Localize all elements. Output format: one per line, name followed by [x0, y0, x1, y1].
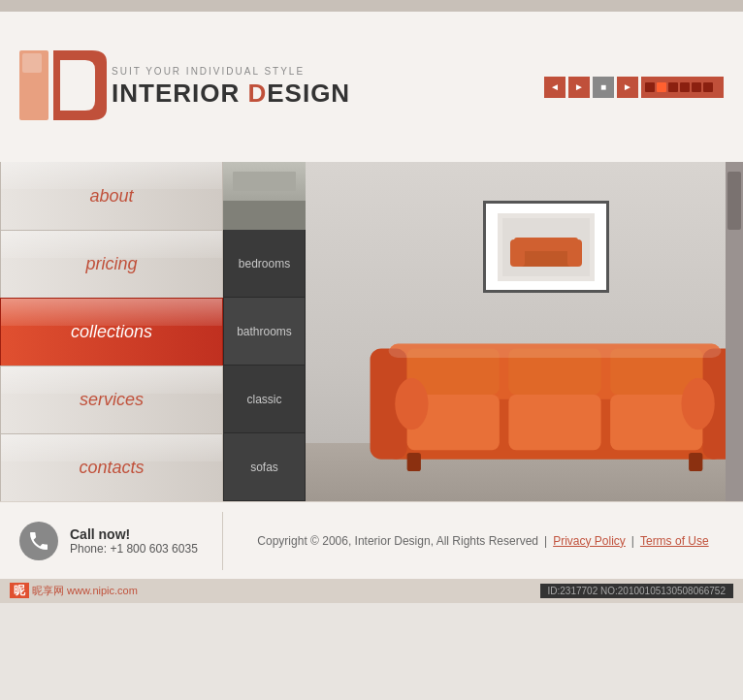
footer-phone: Call now! Phone: +1 800 603 6035: [0, 512, 223, 570]
hero-area: [306, 162, 726, 501]
slider-dot-3: [668, 82, 678, 92]
wall-painting: [483, 201, 609, 293]
sub-label-classic: classic: [246, 393, 281, 406]
nav-item-about[interactable]: about: [0, 162, 223, 230]
sub-item-sofas[interactable]: sofas: [223, 433, 306, 501]
call-now-label: Call now!: [70, 526, 198, 542]
sub-label-bathrooms: bathrooms: [237, 325, 292, 338]
nav-item-pricing[interactable]: pricing: [0, 230, 223, 298]
nav-controls: ◄ ► ■ ►: [544, 77, 724, 98]
phone-icon: [19, 522, 58, 560]
watermark-text: 昵享网 www.nipic.com: [32, 585, 138, 596]
footer-copyright: Copyright © 2006, Interior Design, All R…: [223, 534, 743, 548]
next-button[interactable]: ►: [568, 77, 590, 98]
logo-tagline: SUIT YOUR INDIVIDUAL STYLE: [112, 66, 350, 77]
svg-rect-1: [22, 53, 42, 73]
top-bar: [0, 0, 743, 12]
footer-phone-text: Call now! Phone: +1 800 603 6035: [70, 526, 198, 556]
logo-icon: [19, 50, 102, 123]
svg-point-17: [395, 377, 428, 429]
logo-d-highlight: D: [247, 79, 267, 108]
nav-item-services[interactable]: services: [0, 366, 223, 433]
slider-dot-6: [703, 82, 713, 92]
svg-rect-21: [388, 343, 721, 357]
sub-nav-image: [223, 162, 306, 230]
prev-button[interactable]: ◄: [544, 77, 565, 98]
nav-slider[interactable]: [641, 77, 724, 98]
nav-label-services: services: [80, 390, 144, 410]
nav-label-pricing: pricing: [85, 254, 137, 274]
sub-item-bathrooms[interactable]: bathrooms: [223, 298, 306, 366]
nav-label-about: about: [89, 186, 133, 207]
nav-item-collections[interactable]: collections: [0, 298, 223, 366]
logo-area: SUIT YOUR INDIVIDUAL STYLE INTERIOR DESI…: [19, 50, 350, 123]
sub-label-sofas: sofas: [250, 461, 278, 474]
slider-dot-2: [657, 82, 666, 92]
main-content: about pricing collections services conta…: [0, 162, 743, 501]
privacy-policy-link[interactable]: Privacy Policy: [553, 534, 626, 548]
sub-nav: bedrooms bathrooms classic sofas: [223, 162, 306, 501]
sub-label-bedrooms: bedrooms: [239, 257, 290, 270]
svg-point-18: [681, 377, 714, 429]
stop-button[interactable]: ■: [593, 77, 614, 98]
painting-inner: [498, 213, 595, 281]
left-nav: about pricing collections services conta…: [0, 162, 223, 501]
svg-rect-12: [508, 395, 600, 450]
logo-main: INTERIOR DESIGN: [112, 79, 350, 109]
sofa-svg: [361, 298, 727, 482]
logo-interior: INTERIOR: [112, 79, 247, 108]
terms-of-use-link[interactable]: Terms of Use: [640, 534, 709, 548]
id-text: ID:2317702 NO:20100105130508066752: [548, 586, 727, 596]
nav-label-collections: collections: [71, 322, 152, 342]
copyright-text: Copyright © 2006, Interior Design, All R…: [257, 534, 538, 548]
phone-value: +1 800 603 6035: [110, 542, 197, 556]
separator-2: |: [631, 534, 634, 548]
logo-text-area: SUIT YOUR INDIVIDUAL STYLE INTERIOR DESI…: [112, 66, 350, 109]
play-button[interactable]: ►: [617, 77, 638, 98]
sub-item-classic[interactable]: classic: [223, 366, 306, 433]
nav-label-contacts: contacts: [79, 458, 144, 478]
slider-dot-4: [680, 82, 690, 92]
bottom-logo: 昵 昵享网 www.nipic.com: [10, 583, 138, 599]
watermark-icon: 昵: [10, 583, 29, 598]
right-scrollbar[interactable]: [726, 162, 743, 501]
svg-rect-20: [689, 453, 702, 471]
phone-number: Phone: +1 800 603 6035: [70, 542, 198, 556]
svg-rect-6: [514, 238, 578, 251]
header: SUIT YOUR INDIVIDUAL STYLE INTERIOR DESI…: [0, 12, 743, 162]
slider-dot-5: [692, 82, 701, 92]
slider-dot-1: [645, 82, 655, 92]
separator-1: |: [544, 534, 547, 548]
sub-item-bedrooms[interactable]: bedrooms: [223, 230, 306, 298]
bottom-bar: 昵 昵享网 www.nipic.com ID:2317702 NO:201001…: [0, 579, 743, 603]
svg-rect-19: [406, 453, 420, 471]
footer: Call now! Phone: +1 800 603 6035 Copyrig…: [0, 501, 743, 579]
scroll-thumb[interactable]: [727, 172, 741, 230]
bottom-id: ID:2317702 NO:20100105130508066752: [540, 584, 734, 598]
logo-esign: ESIGN: [267, 79, 350, 108]
nav-item-contacts[interactable]: contacts: [0, 433, 223, 501]
phone-label: Phone:: [70, 542, 107, 556]
